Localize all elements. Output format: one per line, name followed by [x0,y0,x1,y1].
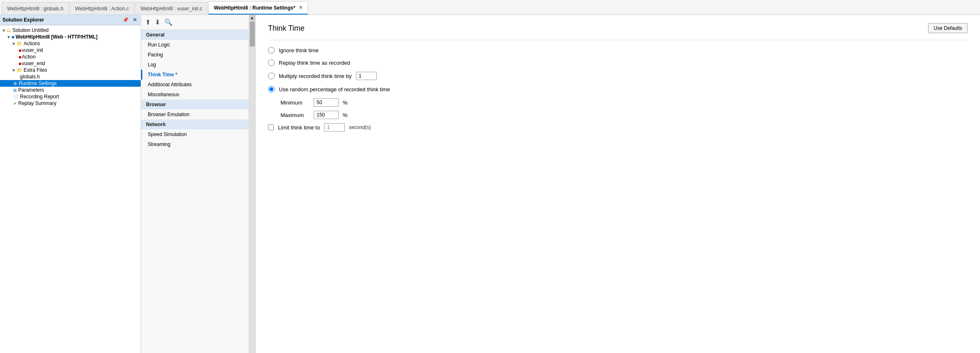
expand-icon: ▼ [12,68,16,73]
tab-action[interactable]: WebHttpHtml8 : Action.c [70,2,134,15]
expand-icon: ▼ [12,41,16,46]
tree-parameters[interactable]: ⊞ Parameters [0,87,141,93]
maximum-label: Maximum [280,112,310,118]
right-panel: ⬆ ⬇ 🔍 General Run Logic Pacing Log Think… [141,15,980,353]
option-random: Use random percentage of recorded think … [268,86,968,93]
option-ignore: Ignore think time [268,47,968,54]
limit-unit: second(s) [349,124,371,130]
nav-section-browser: Browser [141,100,249,110]
close-panel-icon[interactable]: ✕ [132,17,138,23]
header-icons: 📌 ✕ [121,17,138,23]
minimum-row: Minimum % [280,98,968,107]
replay-label[interactable]: Replay think time as recorded [279,60,350,66]
params-icon: ⊞ [13,88,17,93]
tree-runtime-settings[interactable]: ⚙ Runtime Settings [0,80,141,87]
scroll-bar: ▲ [249,15,256,353]
nav-speed-simulation[interactable]: Speed Simulation [141,129,249,139]
random-radio[interactable] [268,86,275,93]
maximum-input[interactable] [314,111,339,119]
file-icon: ● [18,61,22,66]
file-icon: ● [18,47,22,53]
close-tab-icon[interactable]: ✕ [299,5,302,10]
minimum-label: Minimum [280,100,310,106]
main-layout: Solution Explorer 📌 ✕ ▼ 🗂 Solution Untit… [0,15,980,353]
limit-label[interactable]: Limit think time to [278,124,320,131]
limit-input[interactable] [324,123,345,131]
tab-runtime-settings[interactable]: WebHttpHtml8 : Runtime Settings* ✕ [208,1,307,15]
solution-explorer-panel: Solution Explorer 📌 ✕ ▼ 🗂 Solution Untit… [0,15,141,353]
tab-globals[interactable]: WebHttpHtml8 : globals.h [2,2,69,15]
tree-extra-files[interactable]: ▼ 📁 Extra Files [0,67,141,73]
minimum-unit: % [343,100,348,106]
tree-action[interactable]: ● Action [0,54,141,60]
solution-explorer-title: Solution Explorer [2,17,44,23]
tree-web-project[interactable]: ▼ ■ WebHttpHtml8 [Web - HTTP/HTML] [0,34,141,40]
minimum-input[interactable] [314,98,339,107]
option-multiply: Multiply recorded think time by [268,72,968,80]
content-area: Think Time Use Defaults Ignore think tim… [256,15,980,353]
limit-row: Limit think time to second(s) [268,123,968,131]
scroll-up-arrow[interactable]: ▲ [249,15,255,21]
tree-recording-report[interactable]: 📄 Recording Report [0,93,141,100]
tab-bar: WebHttpHtml8 : globals.h WebHttpHtml8 : … [0,0,980,15]
tree-replay-summary[interactable]: ✔ Replay Summary [0,100,141,107]
nav-section-network: Network [141,119,249,129]
page-title: Think Time [268,24,305,33]
content-header: Think Time Use Defaults [268,23,968,33]
random-label[interactable]: Use random percentage of recorded think … [279,86,390,93]
nav-pacing[interactable]: Pacing [141,50,249,60]
divider [268,40,968,40]
nav-sidebar: ⬆ ⬇ 🔍 General Run Logic Pacing Log Think… [141,15,249,353]
multiply-label[interactable]: Multiply recorded think time by [279,73,352,79]
option-replay: Replay think time as recorded [268,59,968,66]
nav-toolbar: ⬆ ⬇ 🔍 [141,15,249,30]
scroll-thumb[interactable] [250,22,255,46]
solution-icon: 🗂 [7,28,11,33]
maximum-unit: % [343,112,348,118]
web-project-icon: ■ [12,34,15,39]
ignore-radio[interactable] [268,47,275,54]
folder-icon: 📁 [17,68,22,73]
nav-additional-attributes[interactable]: Additional Attributes [141,80,249,90]
random-sub-options: Minimum % Maximum % [280,98,968,119]
nav-miscellaneous[interactable]: Miscellaneous [141,90,249,100]
multiply-radio[interactable] [268,73,275,79]
nav-streaming[interactable]: Streaming [141,139,249,149]
nav-think-time[interactable]: Think Time * [141,70,249,80]
summary-icon: ✔ [13,101,17,106]
pin-icon[interactable]: 📌 [121,17,130,23]
import-icon[interactable]: ⬇ [155,18,160,26]
maximum-row: Maximum % [280,111,968,119]
tree-globals-h[interactable]: globals.h [0,73,141,80]
ignore-label[interactable]: Ignore think time [279,47,319,54]
tree-solution[interactable]: ▼ 🗂 Solution Untitled [0,27,141,34]
nav-section-general: General [141,30,249,40]
tree-vuser-init[interactable]: ● vuser_init [0,47,141,54]
limit-checkbox[interactable] [268,124,274,130]
export-icon[interactable]: ⬆ [145,18,151,26]
folder-icon: 📁 [17,41,22,46]
solution-explorer-header: Solution Explorer 📌 ✕ [0,15,141,25]
file-icon: ● [18,54,22,60]
expand-icon: ▼ [2,28,6,33]
nav-log[interactable]: Log [141,60,249,70]
tree-actions-folder[interactable]: ▼ 📁 Actions [0,40,141,47]
report-icon: 📄 [13,95,18,99]
nav-run-logic[interactable]: Run Logic [141,40,249,50]
multiply-value-input[interactable] [356,72,377,80]
solution-tree: ▼ 🗂 Solution Untitled ▼ ■ WebHttpHtml8 [… [0,25,141,353]
nav-browser-emulation[interactable]: Browser Emulation [141,110,249,119]
tab-vuser-init[interactable]: WebHttpHtml8 : vuser_init.c [135,2,208,15]
tree-vuser-end[interactable]: ● vuser_end [0,60,141,67]
replay-radio[interactable] [268,59,275,66]
expand-icon: ▼ [7,35,11,39]
search-icon[interactable]: 🔍 [164,18,173,26]
settings-icon: ⚙ [13,81,17,86]
use-defaults-button[interactable]: Use Defaults [928,23,968,33]
